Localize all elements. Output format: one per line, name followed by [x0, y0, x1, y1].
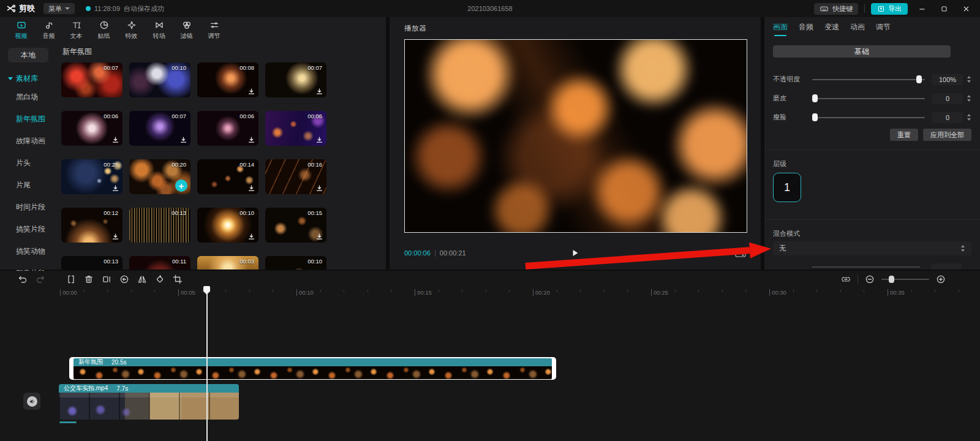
media-item[interactable]: 00:07	[129, 111, 190, 146]
shortcut-button[interactable]: 快捷键	[814, 3, 858, 15]
media-tab-audio[interactable]: 音频	[35, 17, 62, 43]
reverse-icon[interactable]	[119, 274, 130, 285]
ratio-icon[interactable]	[735, 249, 746, 257]
media-tab-effects[interactable]: 特效	[118, 17, 145, 43]
crop-icon[interactable]	[172, 274, 183, 285]
slider-value[interactable]: 0	[932, 93, 963, 104]
slider-track[interactable]	[812, 79, 925, 80]
apply-all-button[interactable]: 应用到全部	[923, 129, 971, 141]
media-item[interactable]: 00:03	[197, 256, 258, 270]
rotate-icon[interactable]	[154, 274, 165, 285]
download-icon[interactable]	[247, 232, 255, 241]
play-button[interactable]	[571, 249, 579, 257]
zoom-in-icon[interactable]	[935, 274, 946, 285]
download-icon[interactable]	[111, 184, 119, 192]
inspector-tab-调节[interactable]: 调节	[876, 22, 891, 36]
media-item[interactable]: 00:08	[197, 62, 258, 97]
download-icon[interactable]	[111, 232, 119, 241]
sidebar-item-time-clips[interactable]: 时间片段	[0, 196, 56, 218]
value-stepper-icon[interactable]	[965, 76, 973, 83]
sidebar-item-outro[interactable]: 片尾	[0, 174, 56, 196]
media-item[interactable]: 00:16	[265, 159, 326, 194]
sidebar-item-funny-animals[interactable]: 搞笑动物	[0, 240, 56, 262]
download-icon[interactable]	[247, 87, 255, 96]
menu-button[interactable]: 菜单	[43, 3, 75, 14]
split-icon[interactable]	[66, 274, 77, 285]
maximize-button[interactable]	[936, 2, 952, 15]
media-tab-filters[interactable]: 滤镜	[173, 17, 200, 43]
blend-mode-select[interactable]: 无	[773, 241, 971, 255]
media-item[interactable]: 00:10	[265, 256, 326, 270]
reset-button[interactable]: 重置	[890, 129, 918, 141]
download-icon[interactable]	[315, 87, 323, 96]
minimize-button[interactable]	[914, 2, 930, 15]
redo-icon[interactable]	[35, 274, 46, 285]
download-icon[interactable]	[179, 135, 187, 144]
media-item[interactable]: 00:15	[265, 208, 326, 243]
value-stepper-icon[interactable]	[965, 95, 973, 102]
value-stepper-icon[interactable]	[965, 114, 973, 121]
media-item[interactable]: 00:06	[61, 111, 123, 146]
sidebar-item-new-year[interactable]: 新年氛围	[0, 108, 56, 130]
media-item[interactable]: 00:07	[61, 62, 123, 97]
select-stepper-icon[interactable]	[959, 245, 967, 252]
media-item[interactable]: 00:25	[61, 159, 123, 194]
media-tab-video[interactable]: 视频	[7, 17, 35, 43]
download-icon[interactable]	[315, 232, 323, 241]
sidebar-item-local[interactable]: 本地	[8, 48, 48, 62]
media-tab-sticker[interactable]: 贴纸	[90, 17, 118, 43]
snap-icon[interactable]	[840, 274, 851, 285]
sidebar-item-bw-field[interactable]: 黑白场	[0, 86, 56, 108]
inspector-tab-画面[interactable]: 画面	[773, 22, 788, 36]
video-preview[interactable]	[404, 39, 747, 233]
media-item[interactable]: 00:14	[197, 159, 258, 194]
inspector-tab-音频[interactable]: 音频	[799, 22, 813, 36]
slider-value[interactable]: 0	[932, 112, 963, 123]
slider-value[interactable]: 100%	[932, 74, 963, 85]
download-icon[interactable]	[247, 135, 255, 144]
media-item[interactable]: 00:11	[129, 256, 190, 270]
zoom-out-icon[interactable]	[864, 274, 875, 285]
media-item[interactable]: 00:12	[61, 208, 123, 243]
freeze-icon[interactable]	[101, 274, 112, 285]
media-item[interactable]: 00:06	[197, 111, 258, 146]
slider-knob[interactable]	[812, 94, 818, 102]
mirror-icon[interactable]	[137, 274, 148, 285]
inspector-tab-动画[interactable]: 动画	[850, 22, 865, 36]
media-item[interactable]: 00:06	[265, 111, 326, 146]
timeline-clip-newyear[interactable]: 新年氛围 20.5s	[69, 357, 556, 380]
media-item[interactable]: 00:13	[61, 256, 123, 270]
track-mute-button[interactable]	[23, 393, 40, 410]
media-item[interactable]: 00:13	[129, 208, 190, 243]
timeline-zoom-slider[interactable]	[881, 279, 929, 280]
layer-option-1[interactable]: 1	[773, 173, 801, 202]
media-tab-adjust[interactable]: 调节	[200, 17, 228, 43]
delete-icon[interactable]	[83, 274, 94, 285]
timeline-clip-bus[interactable]: 公交车实拍.mp4 7.7s	[59, 384, 239, 420]
close-button[interactable]	[958, 2, 974, 15]
basic-section-button[interactable]: 基础	[773, 45, 951, 58]
sidebar-item-intro[interactable]: 片头	[0, 152, 56, 174]
slider-track[interactable]	[812, 117, 925, 118]
slider-knob[interactable]	[916, 75, 922, 83]
media-item[interactable]: 00:07	[265, 62, 326, 97]
slider-track[interactable]	[812, 98, 925, 99]
sidebar-item-glitch[interactable]: 故障动画	[0, 130, 56, 152]
sidebar-item-library[interactable]: 素材库	[0, 71, 56, 86]
slider-knob[interactable]	[812, 113, 818, 121]
download-icon[interactable]	[111, 135, 119, 144]
inspector-tab-变速[interactable]: 变速	[824, 22, 839, 36]
zoom-slider-knob[interactable]	[889, 276, 894, 283]
add-to-timeline-button[interactable]: +	[175, 179, 187, 192]
media-tab-transitions[interactable]: 转场	[145, 17, 173, 43]
timeline-ruler[interactable]: 00:0000:0500:1000:1500:2000:2500:3000:35	[0, 288, 980, 298]
media-item[interactable]: 00:20+	[129, 159, 190, 194]
export-button[interactable]: 导出	[871, 3, 908, 15]
download-icon[interactable]	[315, 135, 323, 144]
media-item[interactable]: 00:10	[197, 208, 258, 243]
download-icon[interactable]	[247, 184, 255, 192]
media-tab-text[interactable]: 文本	[62, 17, 90, 43]
download-icon[interactable]	[315, 184, 323, 192]
media-item[interactable]: 00:10	[129, 62, 190, 97]
undo-icon[interactable]	[17, 274, 28, 285]
